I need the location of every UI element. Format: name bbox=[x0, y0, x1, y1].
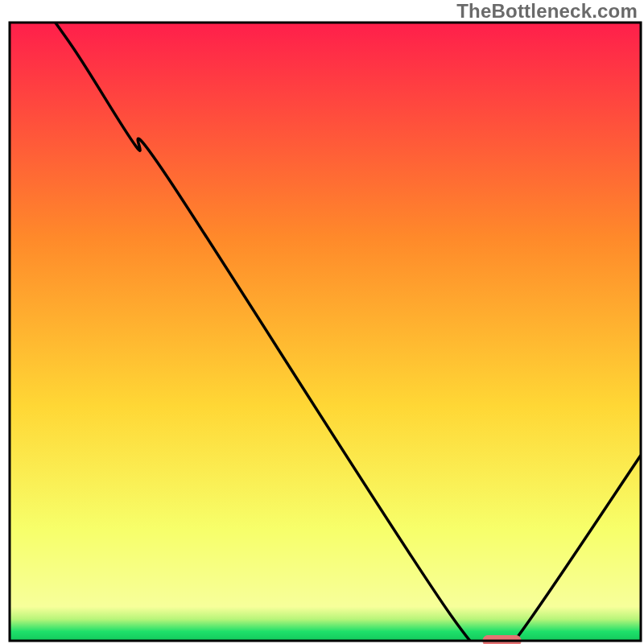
plot-svg bbox=[0, 0, 644, 644]
gradient-background bbox=[10, 23, 641, 641]
bottleneck-chart: TheBottleneck.com bbox=[0, 0, 644, 644]
